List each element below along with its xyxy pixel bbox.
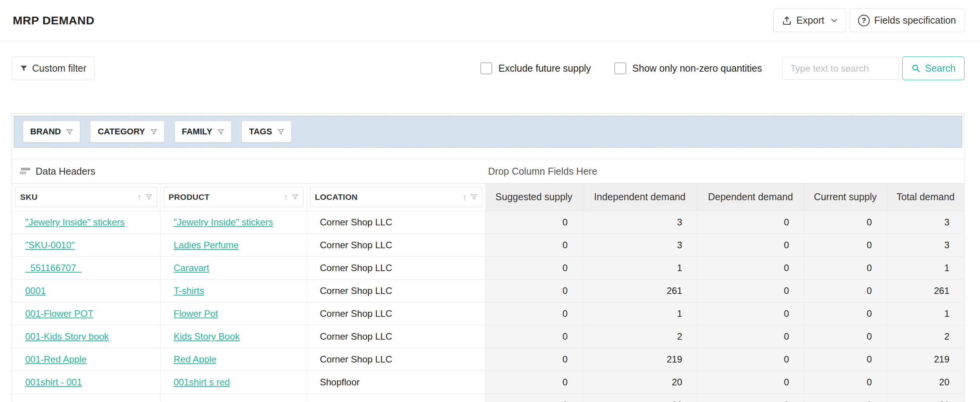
sort-ascending-icon[interactable]: ↑	[137, 192, 142, 202]
value-cell: 0	[697, 371, 804, 393]
top-actions: Export ? Fields specification	[773, 9, 965, 32]
value-cell: 3	[583, 211, 697, 234]
value-cell: 20	[887, 371, 964, 393]
group-chip-tags[interactable]: TAGS	[242, 121, 291, 143]
column-header-suggested-supply[interactable]: Suggested supply	[485, 184, 583, 211]
group-chip-category[interactable]: CATEGORY	[90, 121, 164, 143]
product-cell: Red Apple	[160, 348, 307, 371]
value-cell: 219	[887, 348, 964, 371]
search-input[interactable]	[782, 57, 899, 80]
value-cell: 0	[485, 234, 583, 256]
grid-body: "Jewelry Inside" stickers"Jewelry Inside…	[12, 211, 964, 402]
custom-filter-button[interactable]: Custom filter	[12, 57, 95, 80]
product-link[interactable]: Flower Pot	[174, 308, 218, 319]
filter-funnel-icon[interactable]	[218, 129, 224, 135]
checkbox[interactable]	[480, 62, 492, 74]
product-link[interactable]: "Jewelry Inside" stickers	[174, 217, 273, 227]
value-cell: 20	[583, 371, 697, 393]
product-cell: Caravart	[160, 256, 307, 279]
table-row: 001shirt - 001001shirt s redShopfloor020…	[12, 371, 964, 393]
fields-specification-label: Fields specification	[874, 15, 956, 26]
column-header-box[interactable]: SKU ↑	[15, 187, 157, 207]
search-button[interactable]: Search	[902, 57, 965, 80]
column-header-box[interactable]: LOCATION ↑	[310, 187, 482, 207]
value-cell: 20	[887, 393, 964, 402]
sku-link[interactable]: "SKU-0010"	[25, 240, 75, 250]
sku-link[interactable]: 0001	[25, 285, 46, 296]
column-header-dependent-demand[interactable]: Dependent demand	[697, 184, 804, 211]
group-strip: BRANDCATEGORYFAMILYTAGS	[12, 114, 964, 149]
search-icon	[911, 64, 921, 73]
value-cell: 3	[583, 234, 697, 256]
sku-link[interactable]: 001-Kids Story book	[25, 331, 109, 342]
product-link[interactable]: Red Apple	[174, 354, 217, 364]
column-header-label: SKU	[20, 192, 38, 202]
table-row: 551166707 CaravartCorner Shop LLC01001	[12, 256, 964, 279]
demand-table: SKU ↑ PRODUCT ↑ LOCATION ↑ Suggested sup…	[12, 184, 964, 402]
value-cell: 2	[887, 325, 964, 348]
sku-link[interactable]: 551166707	[25, 263, 81, 273]
location-cell: Corner Shop LLC	[307, 279, 485, 302]
product-link[interactable]: T-shirts	[174, 285, 204, 296]
column-header-independent-demand[interactable]: Independent demand	[583, 184, 697, 211]
filter-funnel-icon[interactable]	[278, 129, 284, 135]
sort-ascending-icon[interactable]: ↑	[463, 192, 467, 202]
filter-funnel-icon[interactable]	[471, 194, 477, 200]
group-chip-label: BRAND	[30, 127, 61, 137]
value-cell: 20	[583, 393, 697, 402]
sku-link[interactable]: 001shirt - 001	[25, 377, 82, 387]
filter-funnel-icon[interactable]	[146, 194, 152, 200]
filter-funnel-icon	[20, 65, 27, 72]
export-button[interactable]: Export	[773, 9, 846, 32]
checkbox-exclude-future-supply[interactable]: Exclude future supply	[480, 62, 591, 74]
column-header-label: PRODUCT	[169, 192, 210, 202]
product-link[interactable]: Kids Story Book	[174, 331, 240, 342]
sort-ascending-icon[interactable]: ↑	[284, 192, 288, 202]
product-link[interactable]: 001shirt s red	[174, 377, 230, 387]
help-icon: ?	[858, 15, 870, 26]
value-cell: 1	[887, 302, 964, 325]
column-header-total-demand[interactable]: Total demand	[887, 184, 964, 211]
sku-link[interactable]: "Jewelry Inside" stickers	[25, 217, 125, 227]
location-cell: Corner Shop LLC	[307, 325, 485, 348]
product-cell: Ladies Perfume	[160, 234, 307, 256]
group-chip-family[interactable]: FAMILY	[175, 121, 232, 143]
checkbox[interactable]	[614, 62, 626, 74]
location-cell: Corner Shop LLC	[307, 234, 485, 256]
column-header-box[interactable]: PRODUCT ↑	[164, 187, 303, 207]
location-cell	[307, 393, 485, 402]
sku-cell	[12, 393, 160, 402]
product-link[interactable]: Caravart	[174, 263, 209, 273]
value-cell: 0	[485, 211, 583, 234]
chevron-down-icon[interactable]	[831, 18, 838, 22]
value-cell: 0	[485, 348, 583, 371]
value-cell: 1	[583, 302, 697, 325]
filter-funnel-icon[interactable]	[292, 194, 298, 200]
table-row: "Jewelry Inside" stickers"Jewelry Inside…	[12, 211, 964, 234]
mrp-demand-grid: BRANDCATEGORYFAMILYTAGS Data Headers Dro…	[12, 113, 965, 402]
filter-funnel-icon[interactable]	[66, 129, 73, 135]
value-cell: 261	[887, 279, 964, 302]
group-by-panel[interactable]: BRANDCATEGORYFAMILYTAGS	[14, 116, 962, 148]
sku-cell: 551166707	[12, 256, 160, 279]
value-cell: 0	[804, 279, 887, 302]
value-cell: 0	[485, 325, 583, 348]
value-cell: 0	[697, 279, 804, 302]
filter-funnel-icon[interactable]	[151, 129, 157, 135]
value-cell: 3	[887, 211, 964, 234]
table-row: 001-Flower POTFlower PotCorner Shop LLC0…	[12, 302, 964, 325]
fields-specification-button[interactable]: ? Fields specification	[850, 9, 965, 32]
column-header-current-supply[interactable]: Current supply	[804, 184, 887, 211]
value-cell: 1	[887, 256, 964, 279]
value-cell: 0	[485, 302, 583, 325]
sku-link[interactable]: 001-Red Apple	[25, 354, 87, 364]
sku-link[interactable]: 001-Flower POT	[25, 308, 93, 319]
product-cell	[160, 393, 307, 402]
export-icon	[782, 15, 792, 26]
checkbox-label: Show only non-zero quantities	[632, 63, 762, 74]
checkbox-show-only-nonzero[interactable]: Show only non-zero quantities	[614, 62, 762, 74]
group-chip-brand[interactable]: BRAND	[23, 121, 80, 143]
product-link[interactable]: Ladies Perfume	[174, 240, 239, 250]
table-row: 0001T-shirtsCorner Shop LLC026100261	[12, 279, 964, 302]
drop-column-fields-hint: Drop Column Fields Here	[488, 166, 597, 177]
